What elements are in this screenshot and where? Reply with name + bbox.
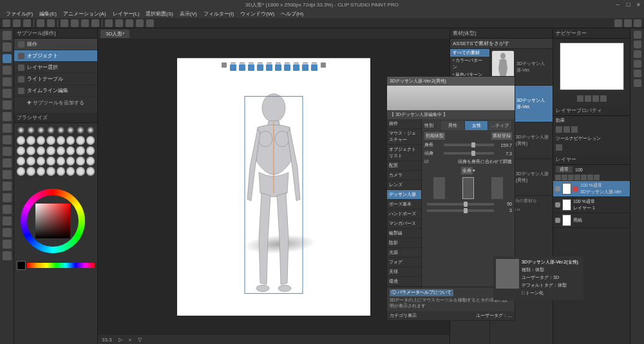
brush-preset[interactable] — [66, 136, 75, 145]
blend-tool-icon[interactable] — [3, 182, 12, 191]
cat-allocate[interactable]: 配置 — [387, 161, 421, 171]
layer-tool-icon[interactable] — [562, 175, 567, 180]
brush-preset[interactable] — [37, 136, 45, 145]
effect-border-icon[interactable] — [556, 126, 562, 133]
item-icon[interactable] — [634, 79, 641, 87]
cut-icon[interactable] — [71, 19, 79, 27]
nav-fit-icon[interactable] — [592, 95, 599, 102]
shape-tool-icon[interactable] — [3, 216, 12, 225]
reset-body-button[interactable]: 初期体型 — [424, 132, 445, 140]
brush-preset[interactable] — [17, 157, 25, 166]
cat-camera[interactable]: カメラ — [387, 171, 421, 180]
height-value[interactable]: 159.7 — [497, 143, 512, 148]
cat-operation[interactable]: 操作 — [387, 119, 421, 129]
menu-help[interactable]: ヘルプ(H) — [279, 10, 305, 17]
transform-icon[interactable] — [105, 19, 113, 27]
brush-preset[interactable] — [57, 126, 65, 135]
brush-preset[interactable] — [66, 157, 75, 166]
brush-preset[interactable] — [66, 146, 75, 155]
brush-preset[interactable] — [17, 136, 25, 145]
brush-preset[interactable] — [86, 136, 95, 145]
close-button[interactable]: ✕ — [635, 1, 641, 8]
brush-preset[interactable] — [46, 136, 55, 145]
brush-preset[interactable] — [26, 157, 35, 166]
brush-preset[interactable] — [57, 146, 65, 155]
3d-camera-icon[interactable] — [230, 64, 236, 71]
cat-handpose[interactable]: ハンドポーズ — [387, 209, 421, 219]
layer-tool-icon[interactable] — [581, 175, 587, 180]
toolnav-icon[interactable] — [556, 144, 562, 151]
brush-preset[interactable] — [57, 136, 65, 145]
quickaccess-icon[interactable] — [634, 31, 641, 39]
cat-lens[interactable]: レンズ — [387, 180, 421, 190]
cat-objectlist[interactable]: オブジェクトリスト — [387, 145, 421, 161]
balloon-tool-icon[interactable] — [3, 240, 12, 249]
copy-icon[interactable] — [81, 19, 89, 27]
fill-tool-icon[interactable] — [3, 193, 12, 202]
menu-edit[interactable]: 編集(E) — [37, 10, 59, 17]
brush-preset[interactable] — [26, 167, 35, 176]
maximize-button[interactable]: ☐ — [625, 1, 631, 8]
brush-preset[interactable] — [76, 126, 84, 135]
brush-preset[interactable] — [86, 146, 95, 155]
pencil-tool-icon[interactable] — [3, 124, 12, 133]
color-wheel[interactable] — [14, 182, 91, 260]
blend-mode[interactable]: 通常 — [556, 166, 573, 173]
redo-icon[interactable] — [47, 19, 55, 27]
help-icon[interactable] — [634, 19, 641, 27]
subtool-lighttable[interactable]: ライトテーブル — [14, 73, 97, 85]
layer-tool-icon[interactable] — [587, 175, 593, 180]
brush-preset[interactable] — [66, 167, 75, 176]
layer-row[interactable]: 用紙 — [553, 213, 630, 228]
hue-slider[interactable] — [27, 263, 95, 268]
menu-window[interactable]: ウィンドウ(W) — [238, 10, 276, 17]
zoom-value[interactable]: 33.3 — [102, 337, 112, 343]
grid-icon[interactable] — [136, 19, 144, 27]
foreground-color[interactable] — [17, 261, 26, 270]
layer-tool-icon[interactable] — [555, 175, 561, 180]
layer-row[interactable]: 100 %通常 3Dデッサン人形-Ver — [553, 181, 630, 197]
menu-filter[interactable]: フィルター(I) — [202, 10, 236, 17]
assets-icon[interactable] — [614, 19, 622, 27]
3d-prev-icon[interactable] — [222, 62, 227, 68]
nav-zoomout-icon[interactable] — [577, 95, 583, 102]
height-slider[interactable] — [444, 144, 494, 146]
move-tool-icon[interactable] — [3, 43, 12, 52]
airbrush-tool-icon[interactable] — [3, 147, 12, 156]
subtool-object[interactable]: オブジェクト — [14, 50, 97, 62]
subtool-layerselect[interactable]: レイヤー選択 — [14, 62, 97, 73]
layermove-tool-icon[interactable] — [3, 66, 12, 75]
brush-preset[interactable] — [86, 126, 95, 135]
navigator-thumbnail[interactable] — [560, 43, 624, 90]
brush-preset[interactable] — [46, 167, 55, 176]
tree-all[interactable]: すべての素材 — [450, 49, 489, 57]
brush-preset[interactable] — [76, 136, 84, 145]
brush-preset[interactable] — [46, 126, 55, 135]
gradient-tool-icon[interactable] — [3, 205, 12, 214]
floating-title[interactable]: 3Dデッサン人形-Ver.2(男性) — [387, 77, 515, 86]
history-icon[interactable] — [634, 41, 641, 48]
pen-tool-icon[interactable] — [3, 112, 12, 121]
subtool-group[interactable]: 操作 — [14, 39, 97, 50]
rotate-icon[interactable] — [146, 19, 154, 27]
menu-animation[interactable]: アニメーション(A) — [61, 10, 108, 17]
ruler-icon[interactable] — [115, 19, 123, 27]
snap-icon[interactable] — [126, 19, 133, 27]
brush-preset[interactable] — [86, 167, 95, 176]
brush-preset[interactable] — [26, 126, 35, 135]
status-x[interactable]: × — [129, 337, 132, 343]
brush-preset[interactable] — [17, 146, 25, 155]
menu-view[interactable]: 表示(V) — [178, 10, 199, 17]
clear-icon[interactable] — [61, 19, 68, 27]
3d-move-icon[interactable] — [239, 64, 245, 71]
text-tool-icon[interactable] — [3, 228, 12, 237]
chevron-down-icon[interactable]: ▾ — [473, 168, 475, 173]
subtool-timeline[interactable]: タイムライン編集 — [14, 85, 97, 97]
document-tab[interactable]: 3D人形* — [100, 30, 129, 38]
brush-preset[interactable] — [37, 146, 45, 155]
tab-female[interactable]: 女性 — [465, 121, 489, 130]
3d-figure[interactable] — [232, 90, 316, 296]
cat-manga[interactable]: マンガパース — [387, 219, 421, 229]
head-value[interactable]: 7.3 — [497, 151, 512, 156]
body-slider-2[interactable] — [427, 209, 494, 212]
